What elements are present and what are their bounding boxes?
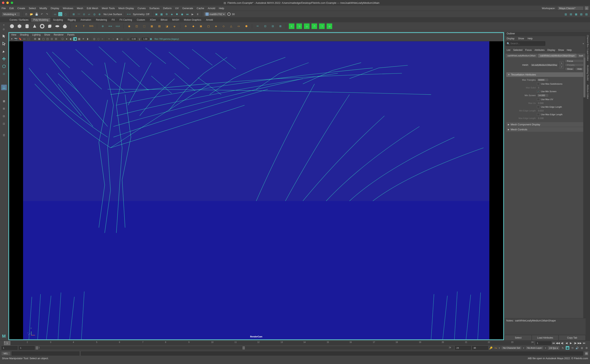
pivot-icon[interactable]: 0,0,0 [115,23,121,29]
snap-plane-icon[interactable]: ▱ [87,12,91,16]
vp-resolution-gate-icon[interactable]: ▢ [41,37,45,41]
menu-arnold[interactable]: Arnold [208,7,215,10]
range-track[interactable]: 1 24 [36,346,454,350]
menu-modify[interactable]: Modify [40,7,47,10]
home-icon[interactable]: ⌂ [585,6,588,10]
poly-cube-icon[interactable] [17,23,22,29]
ae-copy-tab-button[interactable]: Copy Tab [559,335,586,341]
vp-field-chart-icon[interactable]: ⊡ [50,37,54,41]
vp-use-all-lights-icon[interactable]: ☀ [81,37,85,41]
target-weld-icon[interactable]: ⊡ [262,23,268,29]
loop-icon[interactable]: ↻ [561,346,564,350]
ae-menu-selected[interactable]: Selected [513,49,523,52]
vp-motion-blur-icon[interactable]: ▫ [111,37,115,41]
step-forward-key-icon[interactable]: ▶▶ [578,341,582,345]
close-window-button[interactable] [2,2,4,4]
vp-xray-icon[interactable]: ◌ [96,37,100,41]
play-backward-icon[interactable]: ◀ [564,341,569,345]
tool-settings-icon[interactable]: ☰ [1,132,7,138]
mode-selector[interactable]: Modeling ▾ [2,12,20,17]
current-frame-input[interactable] [536,341,551,345]
maya-logo-icon[interactable]: M [1,333,7,339]
time-slider[interactable]: 1 1 2 3 4 5 6 7 8 9 10 11 12 13 14 15 16… [0,341,590,345]
vp-menu-show[interactable]: Show [44,33,50,36]
lasso-icon[interactable]: ◌ [63,12,67,16]
poly-sphere-icon[interactable] [9,23,15,29]
shelf-tab-custom[interactable]: Custom [135,18,147,22]
character-set-dropdown[interactable]: No Character Set [501,346,522,350]
shelf-tab-fx[interactable]: FX [110,18,117,22]
fill-hole-icon[interactable]: ⬢ [243,23,249,29]
vp-xray-joints-icon[interactable]: ○ [101,37,104,41]
snap-grid-icon[interactable]: ⊞ [72,12,76,16]
pause-icon[interactable]: ⏸ [196,12,200,16]
shelf-tab-xgen[interactable]: XGen [148,18,158,22]
ae-input-icon[interactable]: ↳ [560,61,563,65]
layout-single-icon[interactable]: ▦ [1,98,7,104]
hypershade-icon[interactable]: ◈ [170,12,174,16]
snap-curve-icon[interactable]: 〰 [77,12,81,16]
vp-grid-icon[interactable]: ⊞ [33,37,37,41]
ae-chk-min-screen[interactable] [537,90,540,93]
boolean-icon[interactable]: ⬚ [141,23,147,29]
sculpt-6-icon[interactable]: ◕ [327,23,332,29]
render-frame-icon[interactable]: ▣ [154,12,158,16]
mirror-icon[interactable]: ⬘ [183,23,188,29]
sculpt-1-icon[interactable]: ◐ [289,23,295,29]
ae-menu-display[interactable]: Display [547,49,555,52]
cached-playback-icon[interactable]: ▦ [566,346,569,350]
vp-shadows-icon[interactable]: ◗ [86,37,89,41]
go-to-start-icon[interactable]: ⏮ [551,341,555,345]
set-key-icon[interactable]: 🔑 [489,346,493,350]
bevel-icon[interactable]: ◪ [164,23,170,29]
script-language-selector[interactable]: MEL [2,352,10,355]
merge-icon[interactable]: ⬙ [172,23,177,29]
vp-dof-icon[interactable]: ◇ [120,37,123,41]
select-mode-icon[interactable]: ▭ [53,12,57,16]
range-start-outer-input[interactable] [2,346,18,350]
reduce-icon[interactable]: ▢ [206,23,211,29]
shelf-tab-arnold[interactable]: Arnold [204,18,215,22]
ae-chk-max-uv[interactable] [537,98,540,101]
triangulate-icon[interactable]: △ [228,23,234,29]
step-forward-icon[interactable]: |▶ [573,341,577,345]
side-tab-modeling-toolkit[interactable]: Modeling Toolkit [586,63,590,82]
shelf-tab-bifrost[interactable]: Bifrost [159,18,169,22]
ae-tab-transform[interactable]: oakWhiteLeafyMedium1Main [505,54,538,58]
vp-textured-icon[interactable]: ▦ [77,37,81,41]
ae-input-max-triangles[interactable] [537,78,549,82]
panel-toggle-3-icon[interactable]: ▦ [574,12,578,16]
vp-safe-action-icon[interactable]: ⊟ [54,37,58,41]
play-forward-icon[interactable]: ▶ [569,341,573,345]
light-editor-icon[interactable]: ✺ [175,12,179,16]
snap-view-icon[interactable]: ◎ [92,12,96,16]
viewport[interactable]: y z RenderCam [9,41,503,339]
shelf-menu-icon[interactable] [2,18,5,22]
sculpt-5-icon[interactable]: ◔ [319,23,325,29]
ae-show-button[interactable]: Show [565,67,575,71]
outliner-search-input[interactable] [505,41,545,46]
sync-icon[interactable]: ⟲ [570,346,574,350]
menu-generate[interactable]: Generate [182,7,193,10]
autokey-icon[interactable]: 🗝 [494,346,497,350]
rotate-tool[interactable] [1,64,7,69]
poly-plane-icon[interactable] [47,23,53,29]
step-back-key-icon[interactable]: ◀◀ [556,341,560,345]
layout-two-icon[interactable]: ⊟ [1,113,7,119]
vp-camera-icon[interactable]: 📷 [14,37,18,41]
menu-deform[interactable]: Deform [163,7,172,10]
ae-menu-focus[interactable]: Focus [525,49,532,52]
shelf-tab-curves[interactable]: Curves / Surfaces [7,18,30,22]
ae-section-header-tessellation[interactable]: ▼ Tessellation Attributes [506,72,584,77]
ae-chk-min-edge[interactable] [537,105,540,108]
shelf-tab-fxcaching[interactable]: FX Caching [118,18,134,22]
vp-gamma-value[interactable]: 1.00 [142,38,148,40]
vp-use-lights-icon[interactable]: ◐ [69,37,73,41]
multi-cut-icon[interactable]: ✂ [255,23,260,29]
paint-select-tool[interactable] [1,48,7,54]
command-input[interactable] [12,351,79,356]
panel-toggle-5-icon[interactable]: ▨ [584,12,588,16]
quadrangulate-icon[interactable]: ▭ [236,23,241,29]
side-tab-channel-box[interactable]: Channel Box / Layer Editor [586,33,590,63]
vp-isolate-icon[interactable]: ◎ [92,37,96,41]
